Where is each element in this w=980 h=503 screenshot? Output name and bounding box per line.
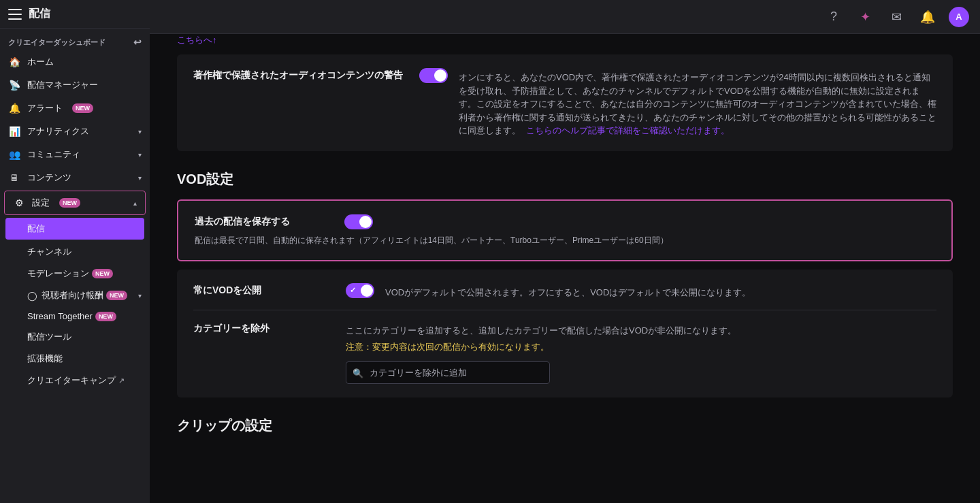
avatar[interactable]: A [949,7,969,27]
sidebar: 配信 クリエイターダッシュボード ↩ 🏠 ホーム 📡 配信マネージャー 🔔 アラ… [0,0,150,503]
alerts-badge: NEW [72,103,93,113]
stream-together-badge: NEW [95,312,116,321]
vod-section: VOD設定 過去の配信を保存する 配信は最長で7日間、自動的に保存されます（アフ… [177,170,953,398]
sidebar-item-stream-manager[interactable]: 📡 配信マネージャー [0,74,150,97]
main: ? ✦ ✉ 🔔 A こちらへ↑ 著作権で保護されたオーディオコンテンツの警告 オ… [150,0,980,503]
copyright-desc: オンにすると、あなたのVOD内で、著作権で保護されたオーディオコンテンツが24時… [459,71,936,137]
sidebar-sub-item-stream[interactable]: 配信 [5,218,144,240]
save-vod-card: 過去の配信を保存する 配信は最長で7日間、自動的に保存されます（アフィリエイトは… [177,199,953,261]
sidebar-item-home[interactable]: 🏠 ホーム [0,50,150,74]
category-search-input[interactable] [346,361,550,384]
community-icon: 👥 [8,148,20,161]
category-search-container: 🔍 [346,361,936,384]
stream-manager-icon: 📡 [8,79,20,91]
hamburger-icon[interactable] [8,9,22,20]
community-chevron: ▾ [138,151,142,159]
topnav: ? ✦ ✉ 🔔 A [150,0,980,34]
always-public-toggle[interactable] [346,283,374,298]
sparkle-icon[interactable]: ✦ [855,7,875,27]
alerts-icon: 🔔 [8,102,20,114]
save-vod-row: 過去の配信を保存する [195,214,935,229]
content-chevron: ▾ [138,174,142,182]
sidebar-item-alerts[interactable]: 🔔 アラート NEW [0,97,150,120]
content-area: こちらへ↑ 著作権で保護されたオーディオコンテンツの警告 オンにすると、あなたの… [150,34,980,503]
save-vod-toggle[interactable] [344,214,373,229]
mail-icon[interactable]: ✉ [886,7,906,27]
save-vod-label: 過去の配信を保存する [195,216,331,228]
settings-badge: NEW [59,198,80,208]
creator-dashboard-label: クリエイターダッシュボード ↩ [0,29,150,50]
sidebar-item-settings[interactable]: ⚙ 設定 NEW ▴ [5,191,145,214]
search-icon: 🔍 [353,368,363,378]
moderation-badge: NEW [92,269,113,278]
sidebar-sub-item-extensions[interactable]: 拡張機能 [0,348,150,370]
sidebar-sub-item-channel[interactable]: チャンネル [0,241,150,263]
divider [193,310,936,310]
exclude-category-row: カテゴリーを除外 ここにカテゴリーを追加すると、追加したカテゴリーで配信した場合… [193,321,936,384]
analytics-icon: 📊 [8,125,20,137]
home-icon: 🏠 [8,56,20,68]
settings-chevron: ▴ [133,199,137,207]
top-link[interactable]: こちらへ↑ [177,34,953,46]
always-public-row: 常にVODを公開 VODがデフォルトで公開されます。オフにすると、VODはデフォ… [193,283,936,299]
viewer-rewards-badge: NEW [106,291,127,300]
sidebar-sub-item-creator-camp[interactable]: クリエイターキャンプ ↗ [0,370,150,391]
sidebar-header: 配信 [0,0,150,29]
sidebar-sub-item-viewer-rewards[interactable]: ◯ 視聴者向け報酬 NEW ▾ [0,285,150,306]
clips-section-title: クリップの設定 [177,417,953,435]
copyright-toggle[interactable] [419,68,448,83]
settings-icon: ⚙ [13,197,25,209]
always-public-right: VODがデフォルトで公開されます。オフにすると、VODはデフォルトで未公開になり… [346,283,936,299]
exclude-category-desc: ここにカテゴリーを追加すると、追加したカテゴリーで配信した場合はVODが非公開に… [346,324,936,338]
copyright-toggle-knob [434,69,446,82]
vod-settings-card: 常にVODを公開 VODがデフォルトで公開されます。オフにすると、VODはデフォ… [177,270,953,398]
sidebar-item-analytics[interactable]: 📊 アナリティクス ▾ [0,120,150,143]
exclude-category-right: ここにカテゴリーを追加すると、追加したカテゴリーで配信した場合はVODが非公開に… [346,321,936,384]
exclude-category-note: 注意：変更内容は次回の配信から有効になります。 [346,340,936,354]
notification-icon[interactable]: 🔔 [917,7,938,27]
vod-section-title: VOD設定 [177,170,953,189]
always-public-knob [361,285,373,297]
external-link-icon: ↗ [118,376,125,385]
stream-together-label: Stream Together [27,311,93,321]
save-vod-sub: 配信は最長で7日間、自動的に保存されます（アフィリエイトは14日間、パートナー、… [195,235,935,246]
collapse-icon[interactable]: ↩ [133,37,142,48]
sidebar-item-community[interactable]: 👥 コミュニティ ▾ [0,143,150,166]
copyright-label: 著作権で保護されたオーディオコンテンツの警告 [193,68,403,82]
viewer-rewards-chevron: ▾ [138,292,142,299]
always-public-desc: VODがデフォルトで公開されます。オフにすると、VODはデフォルトで未公開になり… [385,286,751,299]
viewer-rewards-icon: ◯ [27,291,37,301]
help-icon[interactable]: ? [823,7,844,27]
content-icon: 🖥 [8,172,20,184]
clips-section: クリップの設定 [177,417,953,435]
sidebar-sub-item-moderation[interactable]: モデレーション NEW [0,263,150,285]
copyright-setting-row: 著作権で保護されたオーディオコンテンツの警告 オンにすると、あなたのVOD内で、… [193,68,936,137]
copyright-right-col: オンにすると、あなたのVOD内で、著作権で保護されたオーディオコンテンツが24時… [419,68,936,137]
copyright-link[interactable]: こちらのヘルプ記事で詳細をご確認いただけます。 [526,125,730,135]
save-vod-knob [359,216,372,228]
copyright-audio-card: 著作権で保護されたオーディオコンテンツの警告 オンにすると、あなたのVOD内で、… [177,54,953,151]
exclude-category-label: カテゴリーを除外 [193,321,329,335]
sidebar-sub-item-stream-tools[interactable]: 配信ツール [0,326,150,348]
sidebar-title: 配信 [29,7,50,21]
sidebar-item-content[interactable]: 🖥 コンテンツ ▾ [0,166,150,189]
always-public-label: 常にVODを公開 [193,283,329,297]
sidebar-sub-item-stream-together[interactable]: Stream Together NEW [0,306,150,326]
analytics-chevron: ▾ [138,128,142,135]
settings-parent: ⚙ 設定 NEW ▴ [4,191,146,215]
